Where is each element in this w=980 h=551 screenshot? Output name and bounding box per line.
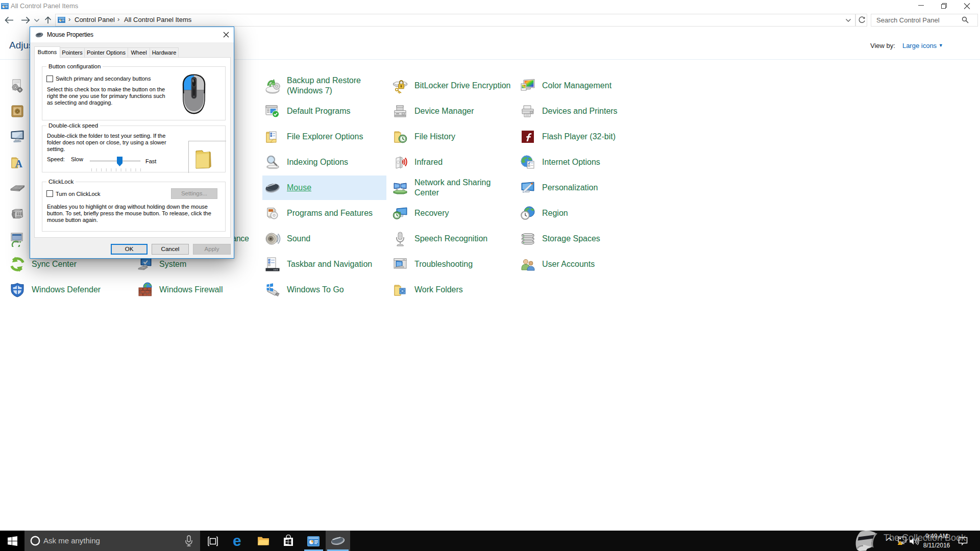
svg-text:e: e: [233, 534, 241, 547]
svg-text:A: A: [15, 158, 23, 169]
